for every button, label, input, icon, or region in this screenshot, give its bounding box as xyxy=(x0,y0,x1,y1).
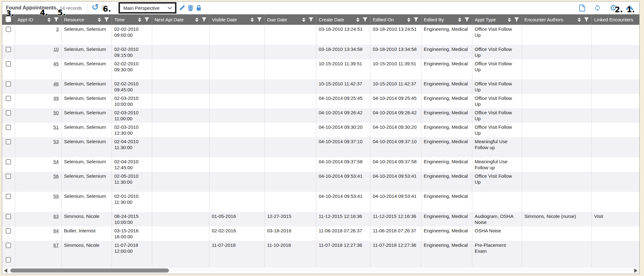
filter-icon[interactable] xyxy=(54,17,59,22)
refresh-icon[interactable] xyxy=(594,4,601,11)
filter-icon[interactable] xyxy=(584,17,589,22)
appt-id-link[interactable]: 51 xyxy=(53,124,59,130)
filter-icon[interactable] xyxy=(144,17,149,22)
cell-edited-by: Engineering, Medical xyxy=(421,59,472,79)
column-label: Linked Encounters xyxy=(594,17,633,22)
appt-id-link[interactable]: 64 xyxy=(53,228,59,233)
sort-icon[interactable] xyxy=(458,17,462,23)
appt-id-link[interactable]: 59 xyxy=(53,193,59,199)
lock-icon[interactable] xyxy=(196,5,202,11)
perspective-select[interactable]: Main Perspective xyxy=(120,3,175,12)
empty-cell xyxy=(591,255,639,267)
appt-id-link[interactable]: 56 xyxy=(53,173,59,179)
sort-icon[interactable] xyxy=(302,17,306,23)
row-checkbox[interactable] xyxy=(6,174,11,179)
appt-id-link[interactable]: 10 xyxy=(53,46,59,52)
cell-appt-type xyxy=(472,192,522,212)
appt-id-link[interactable]: 54 xyxy=(53,159,59,164)
select-all-checkbox[interactable] xyxy=(6,17,11,22)
appt-id-link[interactable]: 50 xyxy=(53,110,59,115)
row-checkbox[interactable] xyxy=(6,194,11,199)
new-document-icon[interactable] xyxy=(579,4,585,12)
cell-appt-type: Office Visit Follow Up xyxy=(472,172,522,192)
filter-icon[interactable] xyxy=(514,17,519,22)
row-checkbox[interactable] xyxy=(6,61,11,67)
cell-appt-id: 10 xyxy=(15,45,61,59)
row-checkbox[interactable] xyxy=(6,110,11,116)
filter-icon[interactable] xyxy=(202,17,207,22)
cell-edited-on: 04-10-2014 09:53:41 xyxy=(370,172,421,192)
cell-visible-date xyxy=(209,94,264,108)
cell-linked-encounters xyxy=(591,157,639,172)
cell-next-apt-date xyxy=(152,25,209,45)
cell-linked-encounters xyxy=(591,172,639,192)
cell-linked-encounters xyxy=(591,25,639,45)
collapse-chevron-up-icon[interactable] xyxy=(625,5,634,11)
sort-icon[interactable] xyxy=(250,17,254,23)
sort-icon[interactable] xyxy=(47,17,51,23)
back-icon[interactable]: ‹ xyxy=(101,5,108,11)
appt-id-link[interactable]: 45 xyxy=(53,61,59,66)
filter-icon[interactable] xyxy=(363,17,368,22)
filter-icon[interactable] xyxy=(257,17,262,22)
row-checkbox[interactable] xyxy=(6,257,11,262)
appt-id-link[interactable]: 67 xyxy=(53,242,59,248)
cell-due-date: 11-10-2018 xyxy=(264,241,316,255)
row-checkbox[interactable] xyxy=(6,139,11,144)
row-checkbox[interactable] xyxy=(6,81,11,87)
row-checkbox[interactable] xyxy=(6,27,11,32)
sort-icon[interactable] xyxy=(507,17,512,23)
column-label: Edited On xyxy=(373,17,394,22)
cell-linked-encounters xyxy=(591,192,639,212)
cell-time: 02-02-2010 09:00:00 xyxy=(112,25,152,45)
sort-icon[interactable] xyxy=(97,17,102,23)
cell-create-date: 04-10-2014 09:26:42 xyxy=(316,108,370,123)
filter-icon[interactable] xyxy=(464,17,469,22)
edit-pencil-icon[interactable] xyxy=(179,5,185,11)
filter-icon[interactable] xyxy=(414,17,419,22)
gear-icon[interactable]: ⚙ xyxy=(610,4,617,12)
appt-id-link[interactable]: 53 xyxy=(53,139,59,144)
sort-icon[interactable] xyxy=(577,17,581,23)
scroll-left-arrow-icon[interactable] xyxy=(4,268,7,273)
page-title: Found Appointments, xyxy=(6,5,58,11)
table-row: 63Simmons, Nicole08-24-2015 10:00:0001-0… xyxy=(2,212,639,226)
scroll-right-arrow-icon[interactable] xyxy=(634,268,637,273)
undo-icon[interactable]: ↺ xyxy=(92,4,99,12)
row-checkbox[interactable] xyxy=(6,243,11,248)
cell-resource: Selenium, Selenium xyxy=(61,157,112,172)
table-row: 51Selenium, Selenium02-03-2010 12:30:000… xyxy=(2,123,639,137)
empty-row xyxy=(2,255,639,267)
sort-icon[interactable] xyxy=(356,17,360,23)
row-checkbox[interactable] xyxy=(6,159,11,165)
scrollbar-thumb[interactable] xyxy=(10,268,169,273)
sort-icon[interactable] xyxy=(195,17,199,23)
column-label: Appt ID xyxy=(18,17,33,22)
sort-icon[interactable] xyxy=(407,17,411,23)
cell-next-apt-date xyxy=(152,172,209,192)
row-checkbox[interactable] xyxy=(6,214,11,219)
filter-icon[interactable] xyxy=(308,17,314,22)
cell-linked-encounters: Visit xyxy=(591,212,639,226)
filter-icon[interactable] xyxy=(104,17,109,22)
cell-appt-type: Pre-Placement Exam xyxy=(472,241,522,255)
table-row: 67Simmons, Nicole11-07-2018 12:00:0011-0… xyxy=(2,241,639,255)
appt-id-link[interactable]: 49 xyxy=(53,95,59,101)
cell-encounter-authors xyxy=(522,241,591,255)
appt-id-link[interactable]: 63 xyxy=(53,214,59,219)
cell-edited-on: 11-12-2015 12:16:36 xyxy=(370,212,421,226)
row-checkbox[interactable] xyxy=(6,228,11,234)
cell-create-date: 11-06-2018 07:26:37 xyxy=(316,226,370,241)
cell-visible-date xyxy=(209,25,264,45)
toolbar-divider xyxy=(87,4,87,12)
cell-visible-date xyxy=(209,157,264,172)
appt-id-link[interactable]: 3 xyxy=(56,26,58,32)
sort-icon[interactable] xyxy=(137,17,142,23)
appt-id-link[interactable]: 46 xyxy=(53,81,59,86)
cell-due-date xyxy=(264,108,316,123)
row-checkbox[interactable] xyxy=(6,96,11,101)
trash-icon[interactable] xyxy=(188,5,193,11)
row-checkbox[interactable] xyxy=(6,125,11,130)
cell-edited-by: Engineering, Medical xyxy=(421,212,472,226)
row-checkbox[interactable] xyxy=(6,47,11,52)
